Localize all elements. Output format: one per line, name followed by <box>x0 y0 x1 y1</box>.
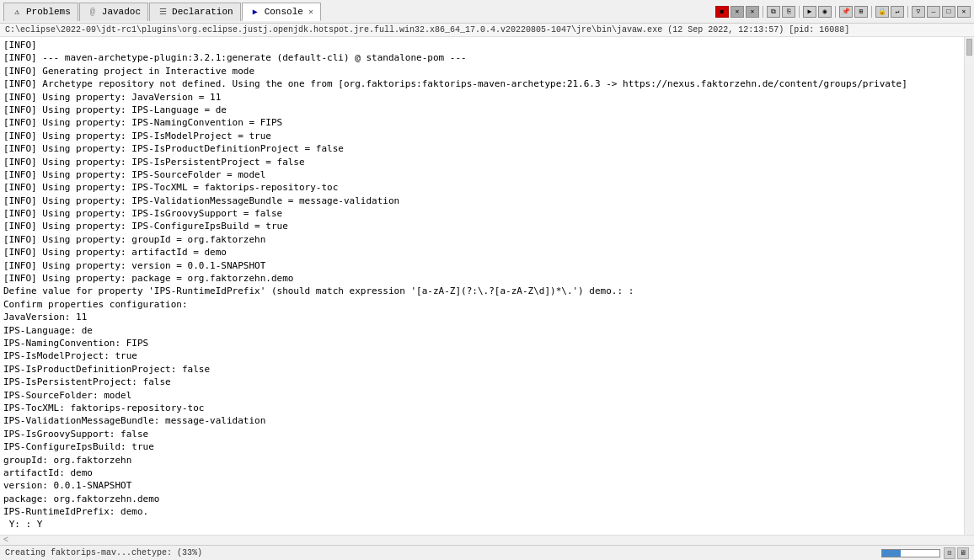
tab-problems[interactable]: ⚠ Problems <box>3 3 78 21</box>
console-text: [INFO] [INFO] --- maven-archetype-plugin… <box>3 39 961 531</box>
sep-4 <box>871 6 872 18</box>
console-icon: ▶ <box>249 6 261 18</box>
paste-input-button[interactable]: ⎘ <box>782 6 795 18</box>
path-text: C:\eclipse\2022-09\jdt-rc1\plugins\org.e… <box>5 25 849 35</box>
javadoc-icon: @ <box>87 6 99 18</box>
path-bar: C:\eclipse\2022-09\jdt-rc1\plugins\org.e… <box>0 24 974 37</box>
window-controls: ■ ✕ ✕ ⧉ ⎘ ▶ ◉ 📌 ⊞ 🔒 ↵ ▽ — □ ✕ <box>715 6 971 18</box>
declaration-icon: ☰ <box>157 6 169 18</box>
status-icon-2[interactable]: 🖥 <box>957 547 969 559</box>
status-bar: Creating faktorips-mav...chetype: (33%) … <box>0 545 974 560</box>
open-console-list-button[interactable]: ⊞ <box>854 6 868 18</box>
vertical-scrollbar[interactable] <box>964 37 974 535</box>
maximize-view-button[interactable]: □ <box>942 6 955 18</box>
sep-3 <box>835 6 836 18</box>
display-console-button[interactable]: ◉ <box>818 6 832 18</box>
remove-all-consoles-button[interactable]: ✕ <box>746 6 759 18</box>
scrollbar-thumb-v[interactable] <box>966 39 972 56</box>
console-output[interactable]: [INFO] [INFO] --- maven-archetype-plugin… <box>0 37 964 535</box>
status-message: Creating faktorips-mav...chetype: (33%) <box>5 548 202 557</box>
status-icons: ⊡ 🖥 <box>944 547 969 559</box>
status-right: ⊡ 🖥 <box>881 547 969 559</box>
tab-problems-label: Problems <box>26 7 71 17</box>
console-close-button[interactable]: ✕ <box>308 7 313 17</box>
tab-javadoc-label: Javadoc <box>102 7 141 17</box>
progress-fill <box>882 550 901 557</box>
sep-1 <box>763 6 763 18</box>
progress-bar <box>881 549 940 557</box>
close-view-button[interactable]: ✕ <box>957 6 971 18</box>
new-console-button[interactable]: ▶ <box>803 6 816 18</box>
sep-5 <box>907 6 908 18</box>
tab-declaration[interactable]: ☰ Declaration <box>149 3 241 21</box>
tab-bar: ⚠ Problems @ Javadoc ☰ Declaration ▶ Con… <box>0 0 974 24</box>
copy-output-button[interactable]: ⧉ <box>767 6 780 18</box>
status-text: Creating faktorips-mav...chetype: (33%) <box>5 548 881 557</box>
word-wrap-button[interactable]: ↵ <box>891 6 904 18</box>
scroll-left-btn[interactable]: < <box>0 536 8 545</box>
minimize-view-button[interactable]: — <box>927 6 940 18</box>
horizontal-scrollbar[interactable]: < <box>0 535 974 545</box>
problems-icon: ⚠ <box>11 6 23 18</box>
tab-group: ⚠ Problems @ Javadoc ☰ Declaration ▶ Con… <box>3 0 322 23</box>
remove-console-button[interactable]: ✕ <box>730 6 744 18</box>
tab-console-label: Console <box>265 7 303 17</box>
console-wrapper: [INFO] [INFO] --- maven-archetype-plugin… <box>0 37 974 535</box>
status-icon-1[interactable]: ⊡ <box>944 547 955 559</box>
sep-2 <box>799 6 800 18</box>
tab-declaration-label: Declaration <box>172 7 233 17</box>
view-menu-button[interactable]: ▽ <box>912 6 925 18</box>
scrollbar-h-track[interactable] <box>8 536 974 545</box>
pin-console-button[interactable]: 📌 <box>839 6 853 18</box>
tab-javadoc[interactable]: @ Javadoc <box>79 3 148 21</box>
stop-process-button[interactable]: ■ <box>715 6 729 18</box>
scroll-lock-button[interactable]: 🔒 <box>875 6 889 18</box>
tab-console[interactable]: ▶ Console ✕ <box>242 3 321 21</box>
